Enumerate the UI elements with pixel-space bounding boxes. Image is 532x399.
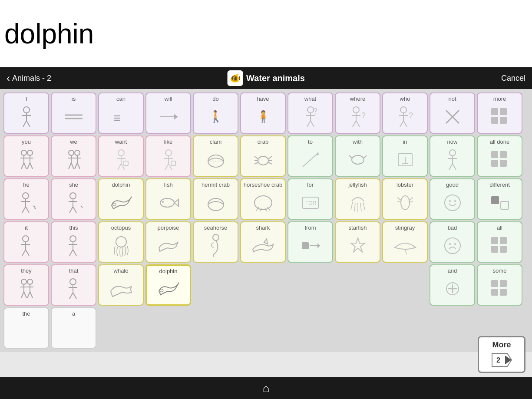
symbol-card-now[interactable]: now xyxy=(430,135,475,177)
symbol-card-whale[interactable]: whale xyxy=(98,264,144,306)
symbol-card-the[interactable]: the xyxy=(3,307,49,349)
card-label: I xyxy=(26,96,27,102)
symbol-card-where[interactable]: where? xyxy=(335,92,380,134)
svg-line-4 xyxy=(26,121,30,127)
symbol-card-from[interactable]: from xyxy=(287,221,333,263)
symbol-card-will[interactable]: will xyxy=(145,92,191,134)
symbol-card-i[interactable]: I xyxy=(3,92,49,134)
card-label: he xyxy=(23,182,29,188)
svg-line-57 xyxy=(118,164,121,170)
symbol-card-want[interactable]: want xyxy=(98,135,144,177)
symbol-card-all-done[interactable]: all done xyxy=(477,135,522,177)
card-label: where xyxy=(350,96,365,102)
svg-line-13 xyxy=(307,121,311,127)
svg-rect-89 xyxy=(500,151,507,158)
symbol-card-fish[interactable]: fish xyxy=(145,178,191,220)
svg-line-26 xyxy=(403,121,407,127)
card-symbol-icon: 🧍 xyxy=(243,102,283,131)
symbol-card-she[interactable]: she xyxy=(51,178,96,220)
svg-line-120 xyxy=(363,202,365,210)
symbol-card-can[interactable]: can≡ xyxy=(98,92,144,134)
svg-line-78 xyxy=(349,155,352,158)
symbol-card-different[interactable]: different xyxy=(477,178,522,220)
symbol-card-what[interactable]: what? xyxy=(287,92,333,134)
svg-rect-33 xyxy=(500,117,507,124)
symbol-card-that[interactable]: that xyxy=(51,264,96,306)
symbol-card-seahorse[interactable]: seahorse xyxy=(193,221,238,263)
symbol-card-lobster[interactable]: lobster xyxy=(382,178,428,220)
symbol-card-do[interactable]: do🚶 xyxy=(193,92,238,134)
symbol-card-dolphin[interactable]: dolphin xyxy=(145,264,191,306)
card-symbol-icon xyxy=(6,317,46,346)
svg-rect-154 xyxy=(491,246,498,253)
svg-point-136 xyxy=(70,236,76,242)
symbol-card-starfish[interactable]: starfish xyxy=(335,221,380,263)
symbol-card-stingray[interactable]: stingray xyxy=(382,221,428,263)
symbol-card-all[interactable]: all xyxy=(477,221,522,263)
back-button[interactable]: ‹ Animals - 2 xyxy=(7,72,51,84)
symbol-card-more[interactable]: more xyxy=(477,92,522,134)
symbol-card-he[interactable]: he xyxy=(3,178,49,220)
card-label: the xyxy=(22,311,30,317)
card-symbol-icon xyxy=(195,145,236,174)
home-button[interactable]: ⌂ xyxy=(263,382,270,395)
symbol-card-to[interactable]: to xyxy=(287,135,333,177)
card-label: porpoise xyxy=(158,225,179,231)
svg-line-87 xyxy=(453,164,456,170)
symbol-card-clam[interactable]: clam xyxy=(193,135,238,177)
symbol-card-dolphin[interactable]: dolphin xyxy=(98,178,144,220)
symbol-card-porpoise[interactable]: porpoise xyxy=(145,221,191,263)
symbol-card-some[interactable]: some xyxy=(477,264,522,306)
symbol-card-jellyfish[interactable]: jellyfish xyxy=(335,178,380,220)
svg-marker-143 xyxy=(264,239,268,244)
svg-point-171 xyxy=(160,289,163,292)
symbol-card-like[interactable]: like xyxy=(145,135,191,177)
symbol-card-for[interactable]: forFOR xyxy=(287,178,333,220)
symbol-card-a[interactable]: a xyxy=(51,307,96,349)
card-symbol-icon xyxy=(432,145,473,174)
symbol-card-have[interactable]: have🧍 xyxy=(240,92,286,134)
symbol-card-you[interactable]: you xyxy=(3,135,49,177)
svg-point-107 xyxy=(162,201,164,203)
svg-point-83 xyxy=(449,150,456,156)
symbol-card-good[interactable]: good xyxy=(430,178,475,220)
symbol-card-octopus[interactable]: octopus xyxy=(98,221,144,263)
svg-text:?: ? xyxy=(361,111,366,120)
symbol-card-is[interactable]: is xyxy=(51,92,96,134)
grid-row-1: youwewantlikeclamcrabtowithinnowall done xyxy=(3,135,529,177)
symbol-card-this[interactable]: this xyxy=(51,221,96,263)
svg-line-117 xyxy=(354,203,355,211)
symbol-card-in[interactable]: in xyxy=(382,135,428,177)
symbol-card-horseshoe-crab[interactable]: horseshoe crab xyxy=(240,178,286,220)
card-symbol-icon xyxy=(148,231,188,260)
card-symbol-icon xyxy=(479,145,520,174)
card-label: from xyxy=(305,225,316,231)
card-label: a xyxy=(72,311,75,317)
symbol-card-shark[interactable]: shark xyxy=(240,221,286,263)
card-label: it xyxy=(25,225,28,231)
symbol-card-and[interactable]: and xyxy=(430,264,475,306)
svg-rect-175 xyxy=(491,280,498,287)
symbol-card-not[interactable]: not xyxy=(430,92,475,134)
symbol-card-it[interactable]: it xyxy=(3,221,49,263)
cancel-button[interactable]: Cancel xyxy=(501,74,525,83)
svg-line-170 xyxy=(73,293,76,299)
symbol-card-hermit-crab[interactable]: hermit crab xyxy=(193,178,238,220)
symbol-card-we[interactable]: we xyxy=(51,135,96,177)
card-label: whale xyxy=(114,268,129,274)
symbol-card-who[interactable]: who? xyxy=(382,92,428,134)
svg-line-102 xyxy=(69,207,73,213)
grid-row-2: heshedolphinfishhermit crabhorseshoe cra… xyxy=(3,178,529,220)
symbol-card-bad[interactable]: bad xyxy=(430,221,475,263)
card-symbol-icon xyxy=(148,188,188,217)
symbol-card-with[interactable]: with xyxy=(335,135,380,177)
symbol-card-they[interactable]: they xyxy=(3,264,49,306)
grid-row-5: thea xyxy=(3,307,529,349)
card-label: hermit crab xyxy=(202,182,230,188)
more-button[interactable]: More 2 xyxy=(478,336,525,373)
svg-line-37 xyxy=(21,163,24,169)
svg-point-22 xyxy=(400,107,406,113)
svg-point-131 xyxy=(23,236,29,242)
symbol-card-crab[interactable]: crab xyxy=(240,135,286,177)
svg-line-122 xyxy=(397,198,401,200)
